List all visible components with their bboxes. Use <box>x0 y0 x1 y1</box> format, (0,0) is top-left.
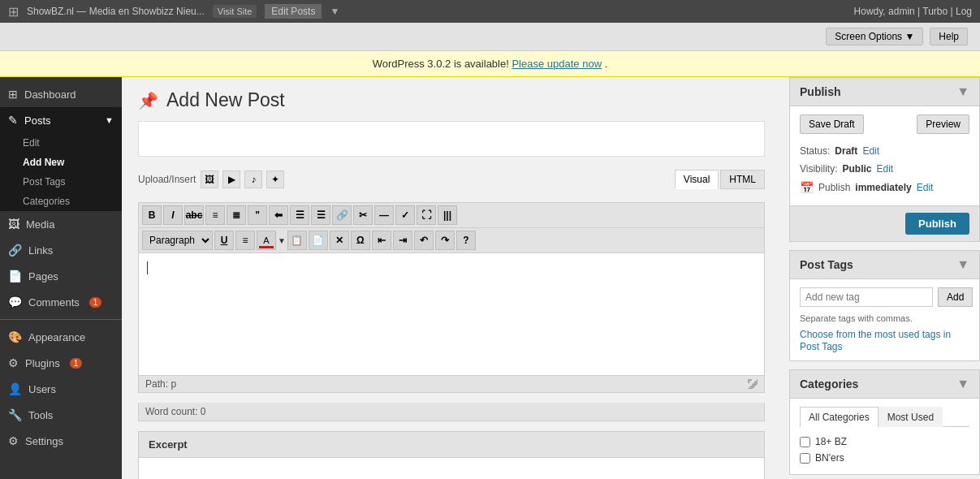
redo-button[interactable]: ↷ <box>435 231 455 250</box>
visibility-value: Public <box>842 163 871 175</box>
page-title: Add New Post <box>166 89 285 111</box>
indent-button[interactable]: ⇥ <box>393 231 412 250</box>
path-label: Path: p <box>145 378 176 390</box>
strikethrough-button[interactable]: abc <box>184 205 204 225</box>
tab-visual[interactable]: Visual <box>675 170 719 189</box>
adminbar-dropdown-icon[interactable]: ▼ <box>330 6 339 17</box>
align-right-button[interactable]: ☰ <box>311 205 330 225</box>
sidebar-item-label: Plugins <box>25 357 60 369</box>
tag-input[interactable] <box>800 287 933 307</box>
screen-options-button[interactable]: Screen Options ▼ <box>826 28 923 45</box>
word-count-bar: Word count: 0 <box>138 403 765 421</box>
plugins-badge: 1 <box>70 358 83 369</box>
sidebar-item-pages[interactable]: 📄 Pages <box>0 263 122 289</box>
spell-check-button[interactable]: ✓ <box>395 205 415 225</box>
text-color-button[interactable]: A <box>257 231 276 250</box>
remove-formatting-button[interactable]: ✕ <box>330 231 349 250</box>
sidebar-item-links[interactable]: 🔗 Links <box>0 237 122 263</box>
preview-button[interactable]: Preview <box>917 114 969 134</box>
visibility-edit-link[interactable]: Edit <box>876 163 893 175</box>
posts-submenu: Edit Add New Post Tags Categories <box>0 133 122 211</box>
sidebar-item-plugins[interactable]: ⚙ Plugins 1 <box>0 350 122 376</box>
status-edit-link[interactable]: Edit <box>862 145 879 157</box>
tab-most-used[interactable]: Most Used <box>879 407 943 427</box>
paragraph-select[interactable]: Paragraph <box>142 231 213 250</box>
sidebar-item-appearance[interactable]: 🎨 Appearance <box>0 324 122 350</box>
blockquote-button[interactable]: " <box>248 205 267 225</box>
sidebar-subitem-add-new[interactable]: Add New <box>0 153 122 172</box>
categories-toggle-icon[interactable]: ▼ <box>956 377 969 391</box>
categories-title: Categories <box>800 378 858 391</box>
insert-more-button[interactable]: — <box>374 205 394 225</box>
color-dropdown-icon[interactable]: ▼ <box>278 236 286 245</box>
upload-media-button[interactable]: ✦ <box>266 170 284 188</box>
unlink-button[interactable]: ✂ <box>353 205 373 225</box>
category-bners-checkbox[interactable] <box>800 453 810 464</box>
upload-video-button[interactable]: ▶ <box>222 170 240 188</box>
site-logo: ⊞ <box>8 4 19 19</box>
admin-bar: ⊞ ShowBZ.nl — Media en Showbizz Nieu... … <box>0 0 980 23</box>
sidebar-subitem-post-tags[interactable]: Post Tags <box>0 172 122 192</box>
post-tags-toggle-icon[interactable]: ▼ <box>956 257 969 272</box>
sidebar-item-posts[interactable]: ✎ Posts ▼ <box>0 107 122 133</box>
align-left-button[interactable]: ⬅ <box>269 205 288 225</box>
users-icon: 👤 <box>8 382 22 395</box>
tab-all-categories[interactable]: All Categories <box>800 407 879 427</box>
status-value: Draft <box>835 145 857 157</box>
save-draft-button[interactable]: Save Draft <box>800 114 864 134</box>
sidebar-item-dashboard[interactable]: ⊞ Dashboard <box>0 81 122 107</box>
underline-button[interactable]: U <box>214 231 234 250</box>
sidebar-item-settings[interactable]: ⚙ Settings <box>0 428 122 454</box>
tab-html[interactable]: HTML <box>720 170 765 189</box>
paste-from-word-button[interactable]: 📋 <box>287 231 307 250</box>
sidebar-divider <box>0 319 122 320</box>
category-item: 18+ BZ <box>800 434 969 450</box>
update-link[interactable]: Please update now <box>512 58 602 70</box>
help-button[interactable]: Help <box>930 28 968 45</box>
upload-image-button[interactable]: 🖼 <box>201 170 218 188</box>
paste-as-plain-text-button[interactable]: 📄 <box>309 231 328 250</box>
category-18bz-checkbox[interactable] <box>800 437 810 447</box>
publish-time-edit-link[interactable]: Edit <box>917 182 934 193</box>
outdent-button[interactable]: ⇤ <box>372 231 391 250</box>
ul-button[interactable]: ≡ <box>205 205 225 225</box>
most-used-tags-link[interactable]: Choose from the most used tags in Post T… <box>800 329 951 352</box>
sidebar-item-label: Pages <box>28 270 58 283</box>
bold-button[interactable]: B <box>142 205 162 225</box>
show-hide-kitchen-sink[interactable]: ||| <box>438 205 457 225</box>
media-icon: 🖼 <box>8 218 19 231</box>
sidebar-item-comments[interactable]: 💬 Comments 1 <box>0 289 122 315</box>
visit-site-link[interactable]: Visit Site <box>213 5 257 18</box>
italic-button[interactable]: I <box>163 205 183 225</box>
comments-icon: 💬 <box>8 296 22 309</box>
publish-toggle-icon[interactable]: ▼ <box>956 84 969 99</box>
sidebar-item-label: Comments <box>28 296 80 309</box>
justify-button[interactable]: ≡ <box>235 231 255 250</box>
sidebar-item-users[interactable]: 👤 Users <box>0 376 122 402</box>
sidebar-item-media[interactable]: 🖼 Media <box>0 211 122 237</box>
post-tags-title: Post Tags <box>800 258 853 271</box>
align-center-button[interactable]: ☰ <box>290 205 309 225</box>
add-tag-button[interactable]: Add <box>938 287 973 307</box>
sidebar-item-tools[interactable]: 🔧 Tools <box>0 402 122 428</box>
post-title-input[interactable] <box>138 121 765 157</box>
ol-button[interactable]: ≣ <box>227 205 246 225</box>
insert-custom-char-button[interactable]: Ω <box>351 231 370 250</box>
publish-button[interactable]: Publish <box>905 213 969 235</box>
sidebar-subitem-categories[interactable]: Categories <box>0 192 122 211</box>
link-button[interactable]: 🔗 <box>332 205 352 225</box>
excerpt-body[interactable] <box>139 458 764 479</box>
fullscreen-button[interactable]: ⛶ <box>417 205 436 225</box>
editor-toolbar-2: Paragraph U ≡ A ▼ 📋 📄 ✕ Ω ⇤ ⇥ ↶ ↷ ? <box>139 228 764 253</box>
upload-audio-button[interactable]: ♪ <box>244 170 262 188</box>
edit-posts-button[interactable]: Edit Posts <box>265 4 322 19</box>
help-button-editor[interactable]: ? <box>456 231 476 250</box>
sidebar-subitem-edit[interactable]: Edit <box>0 133 122 153</box>
upload-icons: 🖼 ▶ ♪ ✦ <box>201 170 284 188</box>
editor-resize-handle[interactable] <box>748 379 758 389</box>
editor-footer: Path: p <box>139 375 764 392</box>
excerpt-header: Excerpt <box>139 432 764 458</box>
editor-body[interactable] <box>139 253 764 375</box>
sidebar-item-label: Links <box>28 244 53 257</box>
undo-button[interactable]: ↶ <box>414 231 434 250</box>
